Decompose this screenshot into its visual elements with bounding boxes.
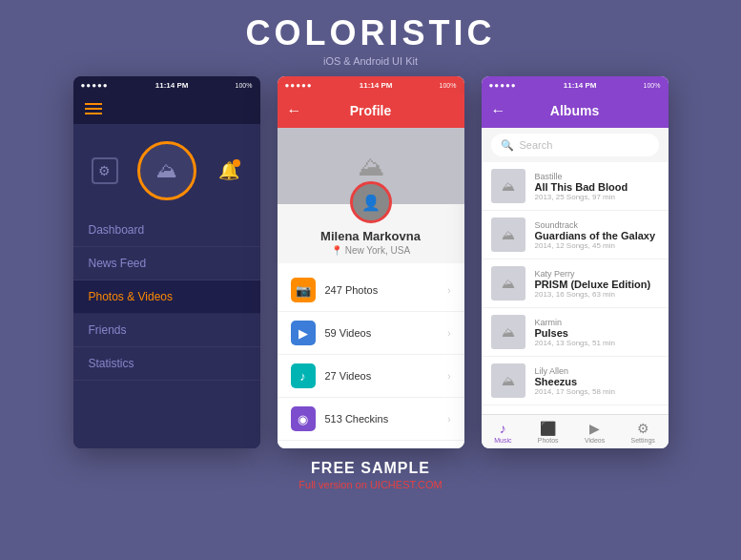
album-row-2[interactable]: ⛰ Katy Perry PRISM (Deluxe Edition) 2013… (482, 259, 669, 308)
search-placeholder: Search (520, 139, 553, 151)
phone-profile: ●●●●● 11:14 PM 100% ← Profile ⛰ 👤 Milena… (278, 76, 464, 448)
profile-stats: 📷 247 Photos › ▶ 59 Videos › ♪ 27 Videos… (278, 263, 464, 448)
album-title-2: PRISM (Deluxe Edition) (535, 279, 659, 290)
nav-item-statistics[interactable]: Statistics (73, 347, 260, 381)
tab-music[interactable]: ♪ Music (494, 421, 511, 444)
videos-tab-label: Videos (585, 437, 605, 444)
battery-3: 100% (644, 82, 661, 89)
album-row-3[interactable]: ⛰ Karmin Pulses 2014, 13 Songs, 51 min (482, 308, 669, 357)
music-tab-icon: ♪ (500, 421, 506, 436)
nav-item-dashboard[interactable]: Dashboard (73, 214, 260, 247)
checkins-stat-icon: ◉ (291, 406, 316, 431)
app-title: COLORISTIC (0, 0, 741, 53)
album-artist-0: Bastille (535, 172, 659, 181)
music-stat-label: 27 Videos (325, 370, 448, 382)
avatar-section: ⚙ ⛰ 🔔 (73, 124, 260, 214)
photos-tab-icon: ⬛ (540, 421, 556, 436)
profile-location: 📍 New York, USA (289, 245, 453, 256)
album-artist-4: Lily Allen (535, 366, 659, 376)
tab-settings[interactable]: ⚙ Settings (631, 421, 655, 444)
album-artist-3: Karmin (535, 318, 659, 327)
battery-1: 100% (236, 82, 253, 89)
chevron-icon-3: › (447, 371, 450, 382)
album-meta-0: 2013, 25 Songs, 97 min (535, 193, 659, 201)
photos-tab-label: Photos (538, 437, 559, 444)
chevron-icon-4: › (447, 414, 450, 425)
gear-icon[interactable]: ⚙ (92, 157, 118, 184)
search-bar[interactable]: 🔍 Search (491, 134, 659, 156)
footer-subtitle: Full version on UICHEST.COM (0, 479, 741, 490)
profile-cover: ⛰ 👤 (278, 128, 464, 204)
album-info-4: Lily Allen Sheezus 2014, 17 Songs, 58 mi… (535, 366, 659, 396)
album-thumb-1: ⛰ (491, 218, 525, 252)
album-thumb-2: ⛰ (491, 266, 525, 301)
bell-icon[interactable]: 🔔 (216, 157, 242, 184)
bottom-tabs: ♪ Music ⬛ Photos ▶ Videos ⚙ Settings (482, 414, 669, 448)
album-artist-2: Katy Perry (535, 269, 659, 279)
album-info-0: Bastille All This Bad Blood 2013, 25 Son… (535, 172, 659, 201)
search-icon: 🔍 (501, 139, 514, 152)
profile-info: Milena Markovna 📍 New York, USA (278, 229, 464, 263)
album-thumb-0: ⛰ (491, 169, 525, 203)
album-thumb-3: ⛰ (491, 315, 525, 349)
signal-dots-2: ●●●●● (285, 81, 313, 90)
photos-stat-icon: 📷 (291, 278, 316, 302)
location-pin-icon: 📍 (331, 245, 342, 256)
phones-container: ●●●●● 11:14 PM 100% ⚙ ⛰ 🔔 Dashboard News… (0, 76, 741, 448)
album-title-4: Sheezus (535, 376, 659, 387)
music-tab-label: Music (494, 437, 511, 444)
tab-photos[interactable]: ⬛ Photos (538, 421, 559, 444)
avatar: ⛰ (137, 141, 196, 200)
status-bar-3: ●●●●● 11:14 PM 100% (482, 76, 669, 93)
footer: FREE SAMPLE Full version on UICHEST.COM (0, 460, 741, 490)
nav-item-friends[interactable]: Friends (73, 314, 260, 347)
back-arrow-icon[interactable]: ← (287, 102, 302, 119)
album-list: ⛰ Bastille All This Bad Blood 2013, 25 S… (482, 162, 669, 414)
album-meta-4: 2014, 17 Songs, 58 min (535, 387, 659, 396)
footer-link[interactable]: UICHEST.COM (370, 479, 443, 490)
time-1: 11:14 PM (155, 81, 189, 90)
album-thumb-4: ⛰ (491, 363, 525, 398)
tab-videos[interactable]: ▶ Videos (585, 421, 605, 444)
photos-stat-label: 247 Photos (325, 284, 448, 296)
videos-stat-icon: ▶ (291, 321, 316, 345)
stat-row-photos[interactable]: 📷 247 Photos › (278, 269, 464, 312)
dashboard-header (73, 93, 260, 124)
nav-item-newsfeed[interactable]: News Feed (73, 247, 260, 280)
album-title-1: Guardians of the Galaxy (535, 230, 659, 241)
status-bar-1: ●●●●● 11:14 PM 100% (73, 76, 260, 93)
profile-header: ← Profile (278, 93, 464, 128)
time-2: 11:14 PM (360, 81, 393, 90)
album-info-1: Soundtrack Guardians of the Galaxy 2014,… (535, 220, 659, 250)
signal-dots-3: ●●●●● (489, 81, 517, 90)
albums-title: Albums (550, 103, 599, 118)
phone-albums: ●●●●● 11:14 PM 100% ← Albums 🔍 Search ⛰ … (482, 76, 669, 448)
signal-dots-1: ●●●●● (81, 81, 109, 90)
hamburger-icon[interactable] (85, 103, 102, 114)
time-3: 11:14 PM (564, 81, 597, 90)
music-stat-icon: ♪ (291, 363, 316, 388)
album-title-0: All This Bad Blood (535, 181, 659, 193)
phone-dashboard: ●●●●● 11:14 PM 100% ⚙ ⛰ 🔔 Dashboard News… (73, 76, 260, 448)
stat-row-videos1[interactable]: ▶ 59 Videos › (278, 312, 464, 355)
stat-row-videos2[interactable]: ♪ 27 Videos › (278, 355, 464, 398)
notification-badge (233, 159, 240, 167)
album-info-2: Katy Perry PRISM (Deluxe Edition) 2013, … (535, 269, 659, 299)
album-meta-2: 2013, 16 Songs, 63 min (535, 290, 659, 299)
album-row-0[interactable]: ⛰ Bastille All This Bad Blood 2013, 25 S… (482, 162, 669, 211)
videos-stat-label: 59 Videos (325, 327, 448, 339)
album-title-3: Pulses (535, 327, 659, 339)
album-row-4[interactable]: ⛰ Lily Allen Sheezus 2014, 17 Songs, 58 … (482, 357, 669, 405)
settings-tab-label: Settings (631, 437, 655, 444)
album-meta-3: 2014, 13 Songs, 51 min (535, 339, 659, 347)
album-row-1[interactable]: ⛰ Soundtrack Guardians of the Galaxy 201… (482, 211, 669, 259)
stat-row-checkins[interactable]: ◉ 513 Checkins › (278, 398, 464, 441)
nav-item-photos[interactable]: Photos & Videos (73, 280, 260, 314)
album-info-3: Karmin Pulses 2014, 13 Songs, 51 min (535, 318, 659, 347)
profile-avatar: 👤 (350, 181, 392, 223)
checkins-stat-label: 513 Checkins (325, 413, 448, 425)
albums-back-arrow[interactable]: ← (491, 102, 506, 119)
battery-2: 100% (440, 82, 457, 89)
app-subtitle: iOS & Android UI Kit (0, 55, 741, 67)
chevron-icon-2: › (447, 328, 450, 339)
